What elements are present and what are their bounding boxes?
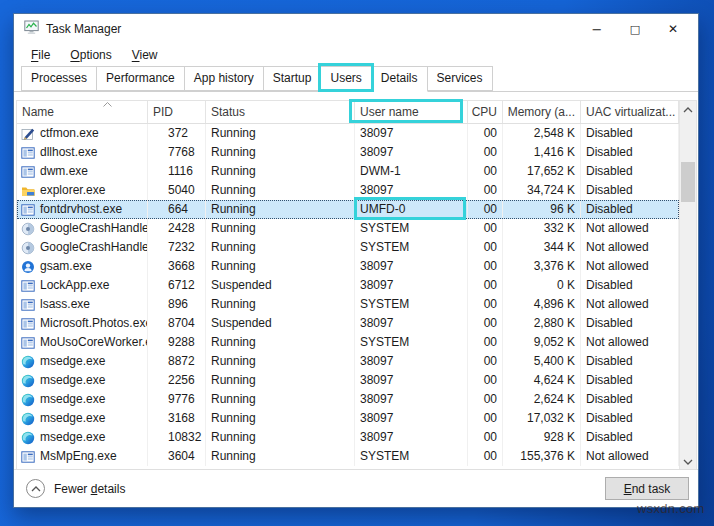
scrollbar-thumb[interactable] [681, 162, 695, 202]
cell-status: Running [206, 238, 355, 257]
scroll-down-icon[interactable] [680, 453, 696, 470]
cell-name: LockApp.exe [17, 276, 148, 295]
cell-uac: Disabled [581, 276, 679, 295]
cell-memory: 344 K [503, 238, 581, 257]
column-header-cpu[interactable]: CPU [468, 101, 503, 123]
close-button[interactable]: ✕ [654, 17, 692, 41]
tab-processes[interactable]: Processes [21, 66, 97, 91]
column-header-label: CPU [472, 105, 497, 119]
column-header-label: Status [211, 105, 245, 119]
cell-uac: Not allowed [581, 447, 679, 466]
cell-user: 38097 [355, 390, 468, 409]
scroll-up-icon[interactable] [680, 101, 696, 118]
column-header-memory[interactable]: Memory (a... [503, 101, 581, 123]
process-row-googlecrashhandler[interactable]: GoogleCrashHandler...7232RunningSYSTEM00… [17, 238, 679, 257]
cell-name: MoUsoCoreWorker.e... [17, 333, 148, 352]
cell-memory: 928 K [503, 428, 581, 447]
status-bar: Fewer details End task [14, 469, 698, 507]
process-name: gsam.exe [40, 257, 92, 276]
cell-status: Running [206, 181, 355, 200]
column-header-status[interactable]: Status [206, 101, 355, 123]
vertical-scrollbar[interactable] [679, 101, 696, 470]
column-header-pid[interactable]: PID [148, 101, 206, 123]
process-row-mousocoreworker-e[interactable]: MoUsoCoreWorker.e...9288RunningSYSTEM009… [17, 333, 679, 352]
fewer-details-button[interactable]: Fewer details [23, 479, 125, 498]
titlebar[interactable]: Task Manager − □ ✕ [14, 14, 698, 44]
cell-memory: 96 K [503, 200, 581, 219]
cell-uac: Disabled [581, 124, 679, 143]
cell-status: Running [206, 162, 355, 181]
cell-pid: 3604 [148, 447, 206, 466]
process-row-googlecrashhandler[interactable]: GoogleCrashHandler...2428RunningSYSTEM00… [17, 219, 679, 238]
menu-item-view[interactable]: View [122, 45, 168, 65]
tab-details[interactable]: Details [371, 66, 428, 92]
process-row-msedge-exe[interactable]: msedge.exe9776Running38097002,624 KDisab… [17, 390, 679, 409]
cell-pid: 3168 [148, 409, 206, 428]
process-row-lsass-exe[interactable]: lsass.exe896RunningSYSTEM004,896 KNot al… [17, 295, 679, 314]
maximize-button[interactable]: □ [616, 17, 654, 41]
process-row-microsoft-photos-exe[interactable]: Microsoft.Photos.exe8704Suspended3809700… [17, 314, 679, 333]
menu-item-options[interactable]: Options [60, 45, 121, 65]
minimize-button[interactable]: − [578, 17, 616, 41]
window-controls: − □ ✕ [578, 17, 692, 41]
end-task-button[interactable]: End task [605, 477, 689, 500]
cell-pid: 10832 [148, 428, 206, 447]
process-row-msedge-exe[interactable]: msedge.exe8872Running38097005,400 KDisab… [17, 352, 679, 371]
cell-uac: Disabled [581, 143, 679, 162]
edge-icon [21, 374, 35, 388]
process-row-msedge-exe[interactable]: msedge.exe10832Running3809700928 KDisabl… [17, 428, 679, 447]
cell-memory: 0 K [503, 276, 581, 295]
cell-cpu: 00 [468, 390, 503, 409]
cell-uac: Not allowed [581, 333, 679, 352]
process-name: MsMpEng.exe [40, 447, 117, 466]
tab-services[interactable]: Services [427, 66, 493, 91]
cell-memory: 2,624 K [503, 390, 581, 409]
column-header-label: Name [22, 105, 54, 119]
cell-uac: Not allowed [581, 295, 679, 314]
tab-startup[interactable]: Startup [263, 66, 322, 91]
cell-status: Running [206, 143, 355, 162]
cell-memory: 34,724 K [503, 181, 581, 200]
process-row-dllhost-exe[interactable]: dllhost.exe7768Running38097001,416 KDisa… [17, 143, 679, 162]
cell-status: Running [206, 257, 355, 276]
process-row-dwm-exe[interactable]: dwm.exe1116RunningDWM-10017,652 KDisable… [17, 162, 679, 181]
cell-status: Running [206, 219, 355, 238]
process-row-msedge-exe[interactable]: msedge.exe3168Running380970017,032 KDisa… [17, 409, 679, 428]
process-row-lockapp-exe[interactable]: LockApp.exe6712Suspended38097000 KDisabl… [17, 276, 679, 295]
cell-user: 38097 [355, 181, 468, 200]
column-header-uac[interactable]: UAC virtualizat... [581, 101, 679, 123]
tab-app-history[interactable]: App history [184, 66, 264, 91]
process-row-gsam-exe[interactable]: gsam.exe3668Running38097003,376 KNot all… [17, 257, 679, 276]
process-row-msedge-exe[interactable]: msedge.exe2256Running38097004,624 KDisab… [17, 371, 679, 390]
cell-cpu: 00 [468, 295, 503, 314]
cell-cpu: 00 [468, 162, 503, 181]
cell-memory: 155,376 K [503, 447, 581, 466]
app-icon [21, 317, 35, 331]
cell-uac: Disabled [581, 181, 679, 200]
cell-name: dwm.exe [17, 162, 148, 181]
cell-name: msedge.exe [17, 428, 148, 447]
edge-icon [21, 393, 35, 407]
process-row-msmpeng-exe[interactable]: MsMpEng.exe3604RunningSYSTEM00155,376 KN… [17, 447, 679, 466]
process-row-fontdrvhost-exe[interactable]: fontdrvhost.exe664RunningUMFD-00096 KDis… [17, 200, 679, 219]
column-header-name[interactable]: Name [17, 101, 148, 123]
cell-cpu: 00 [468, 428, 503, 447]
process-name: msedge.exe [40, 390, 105, 409]
cell-status: Running [206, 409, 355, 428]
cell-status: Running [206, 447, 355, 466]
cell-name: GoogleCrashHandler... [17, 238, 148, 257]
process-row-ctfmon-exe[interactable]: ctfmon.exe372Running38097002,548 KDisabl… [17, 124, 679, 143]
app-icon [21, 279, 35, 293]
process-row-explorer-exe[interactable]: explorer.exe5040Running380970034,724 KDi… [17, 181, 679, 200]
tab-performance[interactable]: Performance [96, 66, 185, 91]
column-header-label: User name [360, 105, 419, 119]
menu-item-file[interactable]: File [21, 45, 60, 65]
column-header-user[interactable]: User name [355, 101, 468, 123]
edge-icon [21, 355, 35, 369]
cell-memory: 3,376 K [503, 257, 581, 276]
cell-memory: 4,624 K [503, 371, 581, 390]
tab-users[interactable]: Users [320, 66, 371, 91]
process-name: LockApp.exe [40, 276, 109, 295]
pen-icon [21, 127, 35, 141]
app-icon [21, 336, 35, 350]
